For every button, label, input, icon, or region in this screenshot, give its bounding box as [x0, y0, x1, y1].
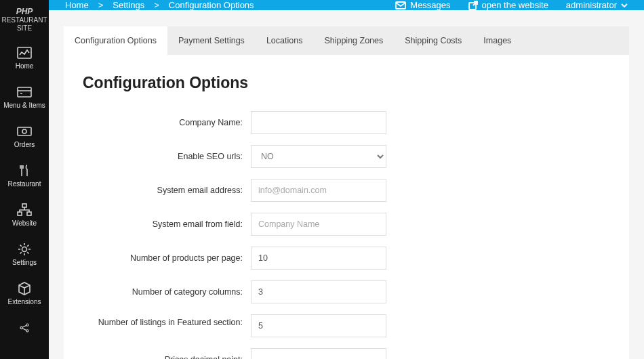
- company-name-input[interactable]: [251, 111, 386, 134]
- svg-point-7: [22, 247, 27, 252]
- admin-menu[interactable]: administrator: [566, 0, 628, 10]
- cube-icon: [16, 282, 33, 295]
- tabs: Configuration Options Payment Settings L…: [64, 26, 629, 55]
- sidebar-item-label: Home: [1, 62, 47, 70]
- chart-icon: [16, 46, 33, 60]
- email-from-label: System email from field:: [83, 219, 251, 230]
- sidebar-item-website[interactable]: Website: [0, 195, 49, 234]
- brand-line2: RESTAURANT: [1, 16, 47, 24]
- gear-icon: [16, 242, 33, 256]
- svg-rect-6: [27, 212, 31, 215]
- svg-point-8: [20, 327, 22, 329]
- decimal-label: Prices decimal point:: [83, 354, 251, 359]
- sidebar-item-more[interactable]: [0, 313, 49, 337]
- external-link-icon: [468, 1, 478, 10]
- brand-line3: SITE: [1, 24, 47, 33]
- messages-label: Messages: [410, 0, 450, 10]
- svg-rect-4: [22, 204, 26, 207]
- breadcrumb-sep: >: [98, 0, 104, 10]
- restaurant-icon: [16, 164, 33, 177]
- money-icon: [16, 125, 33, 138]
- tab-shipping-zones[interactable]: Shipping Zones: [313, 26, 394, 55]
- brand: PHP RESTAURANT SITE: [0, 0, 48, 38]
- cat-cols-input[interactable]: [251, 280, 386, 303]
- sidebar-item-label: Website: [1, 219, 47, 228]
- svg-point-9: [26, 324, 28, 326]
- system-email-label: System email address:: [83, 185, 251, 196]
- breadcrumb-current: Configuration Options: [169, 0, 254, 10]
- email-from-input[interactable]: [251, 213, 386, 236]
- messages-link[interactable]: Messages: [395, 0, 450, 10]
- company-name-label: Company Name:: [83, 117, 251, 128]
- sidebar-item-label: Orders: [1, 141, 47, 149]
- sidebar-item-orders[interactable]: Orders: [0, 117, 49, 156]
- open-website-link[interactable]: open the website: [468, 0, 548, 10]
- admin-label: administrator: [566, 0, 617, 10]
- sidebar-item-extensions[interactable]: Extensions: [0, 274, 49, 313]
- per-page-input[interactable]: [251, 247, 386, 270]
- sitemap-icon: [16, 203, 33, 217]
- featured-input[interactable]: [251, 314, 386, 337]
- sidebar-item-label: Settings: [1, 259, 47, 267]
- svg-point-10: [26, 330, 28, 332]
- sidebar-item-label: Restaurant: [1, 180, 47, 188]
- svg-rect-2: [18, 127, 31, 135]
- open-website-label: open the website: [482, 0, 548, 10]
- sidebar: PHP RESTAURANT SITE Home Menu & Items Or…: [0, 0, 49, 359]
- svg-point-3: [22, 129, 26, 133]
- decimal-input[interactable]: [251, 348, 386, 359]
- breadcrumb: Home > Settings > Configuration Options: [65, 0, 254, 10]
- svg-rect-1: [18, 87, 31, 97]
- page-title: Configuration Options: [83, 74, 610, 92]
- share-icon: [16, 321, 33, 335]
- tab-locations[interactable]: Locations: [256, 26, 314, 55]
- seo-label: Enable SEO urls:: [83, 151, 251, 162]
- system-email-input[interactable]: [251, 179, 386, 202]
- chevron-down-icon: [621, 3, 628, 8]
- featured-label: Number of listings in Featured section:: [83, 314, 251, 328]
- sidebar-item-menu-items[interactable]: Menu & Items: [0, 77, 49, 117]
- config-panel: Configuration Options Company Name: Enab…: [64, 55, 629, 359]
- message-icon: [395, 1, 406, 9]
- brand-line1: PHP: [1, 7, 47, 16]
- tab-payment-settings[interactable]: Payment Settings: [167, 26, 256, 55]
- svg-rect-5: [18, 212, 22, 215]
- sidebar-item-label: Menu & Items: [1, 102, 47, 110]
- sidebar-item-label: Extensions: [1, 298, 47, 306]
- list-icon: [16, 85, 33, 99]
- per-page-label: Number of products per page:: [83, 253, 251, 263]
- seo-select[interactable]: NO: [251, 145, 386, 168]
- tab-configuration-options[interactable]: Configuration Options: [64, 26, 167, 55]
- cat-cols-label: Number of category columns:: [83, 287, 251, 297]
- tab-images[interactable]: Images: [472, 26, 522, 55]
- sidebar-item-home[interactable]: Home: [0, 38, 49, 77]
- breadcrumb-settings[interactable]: Settings: [113, 0, 144, 10]
- breadcrumb-sep: >: [154, 0, 159, 10]
- topbar: Home > Settings > Configuration Options …: [49, 0, 644, 10]
- sidebar-item-settings[interactable]: Settings: [0, 234, 49, 274]
- tab-shipping-costs[interactable]: Shipping Costs: [394, 26, 472, 55]
- sidebar-item-restaurant[interactable]: Restaurant: [0, 156, 49, 195]
- breadcrumb-home[interactable]: Home: [65, 0, 89, 10]
